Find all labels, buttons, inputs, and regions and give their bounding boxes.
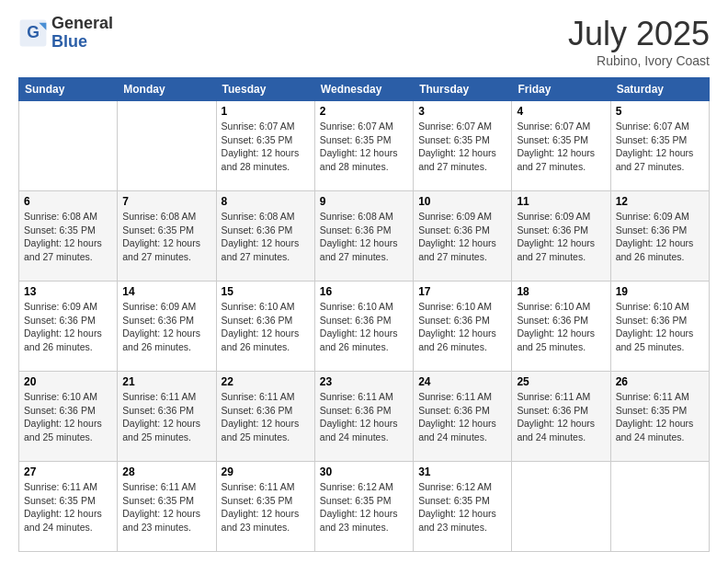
day-number: 1 <box>222 105 310 118</box>
week-row-3: 20Sunrise: 6:10 AMSunset: 6:36 PMDayligh… <box>19 372 710 462</box>
day-number: 8 <box>222 195 310 208</box>
day-number: 28 <box>122 465 210 478</box>
day-cell: 16Sunrise: 6:10 AMSunset: 6:36 PMDayligh… <box>314 282 413 372</box>
day-info: Sunrise: 6:11 AMSunset: 6:36 PMDaylight:… <box>418 390 506 444</box>
day-info: Sunrise: 6:07 AMSunset: 6:35 PMDaylight:… <box>517 120 605 174</box>
day-number: 26 <box>616 375 704 388</box>
day-cell: 30Sunrise: 6:12 AMSunset: 6:35 PMDayligh… <box>314 462 413 552</box>
day-header-thursday: Thursday <box>414 78 512 101</box>
logo-general: General <box>51 15 113 33</box>
day-info: Sunrise: 6:11 AMSunset: 6:35 PMDaylight:… <box>24 480 112 534</box>
day-cell: 18Sunrise: 6:10 AMSunset: 6:36 PMDayligh… <box>512 282 610 372</box>
calendar-table: SundayMondayTuesdayWednesdayThursdayFrid… <box>18 77 710 552</box>
day-number: 7 <box>122 195 210 208</box>
day-number: 23 <box>320 375 408 388</box>
day-info: Sunrise: 6:12 AMSunset: 6:35 PMDaylight:… <box>320 480 408 534</box>
header: G General Blue July 2025 Rubino, Ivory C… <box>18 15 710 68</box>
day-number: 21 <box>122 375 210 388</box>
day-number: 22 <box>222 375 310 388</box>
day-info: Sunrise: 6:11 AMSunset: 6:36 PMDaylight:… <box>320 390 408 444</box>
day-cell <box>512 462 610 552</box>
day-header-friday: Friday <box>512 78 610 101</box>
day-cell <box>19 101 118 191</box>
day-cell: 29Sunrise: 6:11 AMSunset: 6:35 PMDayligh… <box>216 462 314 552</box>
day-info: Sunrise: 6:10 AMSunset: 6:36 PMDaylight:… <box>418 300 506 354</box>
day-cell: 14Sunrise: 6:09 AMSunset: 6:36 PMDayligh… <box>118 282 216 372</box>
day-info: Sunrise: 6:08 AMSunset: 6:36 PMDaylight:… <box>222 210 310 264</box>
day-info: Sunrise: 6:11 AMSunset: 6:36 PMDaylight:… <box>122 390 210 444</box>
svg-text:G: G <box>27 23 40 41</box>
day-cell: 5Sunrise: 6:07 AMSunset: 6:35 PMDaylight… <box>610 101 709 191</box>
day-cell: 26Sunrise: 6:11 AMSunset: 6:35 PMDayligh… <box>610 372 709 462</box>
logo-icon: G <box>18 18 48 48</box>
day-cell: 17Sunrise: 6:10 AMSunset: 6:36 PMDayligh… <box>414 282 512 372</box>
day-header-saturday: Saturday <box>610 78 709 101</box>
day-number: 20 <box>24 375 112 388</box>
day-header-sunday: Sunday <box>19 78 118 101</box>
day-number: 25 <box>517 375 605 388</box>
day-info: Sunrise: 6:09 AMSunset: 6:36 PMDaylight:… <box>616 210 704 264</box>
day-cell: 31Sunrise: 6:12 AMSunset: 6:35 PMDayligh… <box>414 462 512 552</box>
day-cell: 21Sunrise: 6:11 AMSunset: 6:36 PMDayligh… <box>118 372 216 462</box>
day-number: 15 <box>222 285 310 298</box>
day-cell: 8Sunrise: 6:08 AMSunset: 6:36 PMDaylight… <box>216 191 314 282</box>
day-number: 16 <box>320 285 408 298</box>
day-number: 2 <box>320 105 408 118</box>
day-info: Sunrise: 6:11 AMSunset: 6:36 PMDaylight:… <box>517 390 605 444</box>
day-info: Sunrise: 6:07 AMSunset: 6:35 PMDaylight:… <box>222 120 310 174</box>
logo-blue: Blue <box>51 33 113 52</box>
day-number: 9 <box>320 195 408 208</box>
day-cell: 24Sunrise: 6:11 AMSunset: 6:36 PMDayligh… <box>414 372 512 462</box>
day-header-tuesday: Tuesday <box>216 78 314 101</box>
day-info: Sunrise: 6:11 AMSunset: 6:35 PMDaylight:… <box>122 480 210 534</box>
day-cell: 28Sunrise: 6:11 AMSunset: 6:35 PMDayligh… <box>118 462 216 552</box>
day-info: Sunrise: 6:10 AMSunset: 6:36 PMDaylight:… <box>517 300 605 354</box>
day-cell: 19Sunrise: 6:10 AMSunset: 6:36 PMDayligh… <box>610 282 709 372</box>
day-cell: 10Sunrise: 6:09 AMSunset: 6:36 PMDayligh… <box>414 191 512 282</box>
day-header-wednesday: Wednesday <box>314 78 413 101</box>
page: G General Blue July 2025 Rubino, Ivory C… <box>0 0 728 563</box>
day-info: Sunrise: 6:10 AMSunset: 6:36 PMDaylight:… <box>222 300 310 354</box>
day-number: 13 <box>24 285 112 298</box>
day-info: Sunrise: 6:07 AMSunset: 6:35 PMDaylight:… <box>616 120 704 174</box>
day-number: 18 <box>517 285 605 298</box>
day-info: Sunrise: 6:08 AMSunset: 6:35 PMDaylight:… <box>122 210 210 264</box>
month-title: July 2025 <box>568 15 710 53</box>
day-info: Sunrise: 6:11 AMSunset: 6:35 PMDaylight:… <box>222 480 310 534</box>
day-number: 27 <box>24 465 112 478</box>
day-number: 6 <box>24 195 112 208</box>
day-number: 14 <box>122 285 210 298</box>
day-info: Sunrise: 6:10 AMSunset: 6:36 PMDaylight:… <box>24 390 112 444</box>
day-number: 5 <box>616 105 704 118</box>
day-number: 19 <box>616 285 704 298</box>
day-cell: 3Sunrise: 6:07 AMSunset: 6:35 PMDaylight… <box>414 101 512 191</box>
day-number: 29 <box>222 465 310 478</box>
day-number: 10 <box>418 195 506 208</box>
day-cell: 22Sunrise: 6:11 AMSunset: 6:36 PMDayligh… <box>216 372 314 462</box>
week-row-2: 13Sunrise: 6:09 AMSunset: 6:36 PMDayligh… <box>19 282 710 372</box>
day-number: 24 <box>418 375 506 388</box>
day-info: Sunrise: 6:09 AMSunset: 6:36 PMDaylight:… <box>24 300 112 354</box>
day-info: Sunrise: 6:10 AMSunset: 6:36 PMDaylight:… <box>616 300 704 354</box>
logo-text: General Blue <box>51 15 113 52</box>
day-cell: 12Sunrise: 6:09 AMSunset: 6:36 PMDayligh… <box>610 191 709 282</box>
week-row-0: 1Sunrise: 6:07 AMSunset: 6:35 PMDaylight… <box>19 101 710 191</box>
day-info: Sunrise: 6:07 AMSunset: 6:35 PMDaylight:… <box>418 120 506 174</box>
day-number: 11 <box>517 195 605 208</box>
day-info: Sunrise: 6:08 AMSunset: 6:36 PMDaylight:… <box>320 210 408 264</box>
logo: G General Blue <box>18 15 113 52</box>
day-number: 3 <box>418 105 506 118</box>
day-info: Sunrise: 6:09 AMSunset: 6:36 PMDaylight:… <box>418 210 506 264</box>
day-info: Sunrise: 6:08 AMSunset: 6:35 PMDaylight:… <box>24 210 112 264</box>
day-cell: 9Sunrise: 6:08 AMSunset: 6:36 PMDaylight… <box>314 191 413 282</box>
day-cell: 15Sunrise: 6:10 AMSunset: 6:36 PMDayligh… <box>216 282 314 372</box>
day-cell: 6Sunrise: 6:08 AMSunset: 6:35 PMDaylight… <box>19 191 118 282</box>
day-number: 30 <box>320 465 408 478</box>
day-number: 12 <box>616 195 704 208</box>
day-cell: 1Sunrise: 6:07 AMSunset: 6:35 PMDaylight… <box>216 101 314 191</box>
day-cell: 11Sunrise: 6:09 AMSunset: 6:36 PMDayligh… <box>512 191 610 282</box>
day-info: Sunrise: 6:12 AMSunset: 6:35 PMDaylight:… <box>418 480 506 534</box>
day-info: Sunrise: 6:09 AMSunset: 6:36 PMDaylight:… <box>122 300 210 354</box>
day-number: 31 <box>418 465 506 478</box>
calendar-header-row: SundayMondayTuesdayWednesdayThursdayFrid… <box>19 78 710 101</box>
